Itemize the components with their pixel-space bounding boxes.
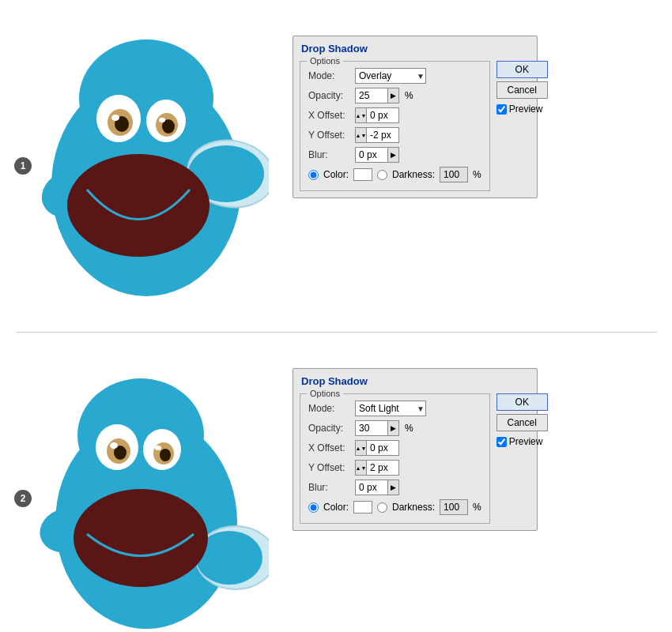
blur-arrow-2[interactable]: ▶ <box>387 480 398 495</box>
y-offset-spinner-btn-2[interactable]: ▲▼ <box>356 461 367 475</box>
preview-check-2[interactable]: Preview <box>496 436 548 447</box>
blur-spinner-2: 0 px ▶ <box>355 480 399 495</box>
preview-check-1[interactable]: Preview <box>496 103 548 115</box>
blur-row-1: Blur: 0 px ▶ <box>308 147 481 163</box>
mode-select-2[interactable]: Soft Light Normal Overlay Multiply <box>355 401 426 416</box>
color-swatch-2[interactable] <box>353 501 372 514</box>
y-offset-row-2: Y Offset: ▲▼ 2 px <box>308 460 481 476</box>
y-offset-value-2: 2 px <box>367 462 398 473</box>
preview-checkbox-2[interactable] <box>496 437 507 447</box>
y-offset-spinner-btn-1[interactable]: ▲▼ <box>356 128 367 142</box>
color-label-2: Color: <box>323 502 349 513</box>
color-row-2: Color: Darkness: % <box>308 499 481 515</box>
y-offset-spinner-1: ▲▼ -2 px <box>355 127 399 143</box>
x-offset-label-2: X Offset: <box>308 442 352 453</box>
darkness-input-2[interactable] <box>440 499 468 515</box>
dialog-title-1: Drop Shadow <box>300 43 530 55</box>
opacity-arrow-2[interactable]: ▶ <box>387 421 398 435</box>
character-svg-2 <box>24 368 269 629</box>
opacity-value-1: 25 <box>356 90 387 101</box>
cancel-button-2[interactable]: Cancel <box>496 414 548 431</box>
x-offset-spinner-btn-2[interactable]: ▲▼ <box>356 441 367 455</box>
dialog-content-1: Options Mode: Overlay Normal Soft Light … <box>300 61 530 191</box>
blur-row-2: Blur: 0 px ▶ <box>308 480 481 495</box>
x-offset-label-1: X Offset: <box>308 110 352 121</box>
y-offset-label-1: Y Offset: <box>308 130 352 141</box>
color-swatch-1[interactable] <box>353 168 372 181</box>
x-offset-row-1: X Offset: ▲▼ 0 px <box>308 107 481 123</box>
opacity-row-2: Opacity: 30 ▶ % <box>308 420 481 436</box>
preview-label-2: Preview <box>509 436 543 447</box>
x-offset-value-1: 0 px <box>367 110 398 121</box>
svg-point-15 <box>77 378 204 492</box>
panel-2: 2 <box>0 340 672 632</box>
mode-select-wrapper-1: Overlay Normal Soft Light Multiply ▼ <box>355 68 426 84</box>
darkness-input-1[interactable] <box>440 167 468 182</box>
options-legend-1: Options <box>307 56 343 66</box>
dialog-1: Drop Shadow Options Mode: Overlay Normal… <box>293 36 538 198</box>
svg-point-12 <box>111 115 119 121</box>
panel-number-1: 1 <box>14 157 32 175</box>
options-box-2: Options Mode: Soft Light Normal Overlay … <box>300 393 490 524</box>
color-label-1: Color: <box>323 169 349 180</box>
preview-label-1: Preview <box>509 103 543 115</box>
darkness-unit-2: % <box>473 502 481 513</box>
darkness-label-2: Darkness: <box>392 502 435 513</box>
x-offset-value-2: 0 px <box>367 442 398 453</box>
character-area-2 <box>0 356 293 632</box>
opacity-unit-2: % <box>405 423 413 434</box>
blur-value-1: 0 px <box>356 149 387 160</box>
dialog-content-2: Options Mode: Soft Light Normal Overlay … <box>300 393 530 524</box>
dialog-buttons-1: OK Cancel Preview <box>496 61 548 191</box>
preview-checkbox-1[interactable] <box>496 104 507 115</box>
darkness-radio-1[interactable] <box>377 170 387 180</box>
opacity-spinner-2: 30 ▶ <box>355 420 399 436</box>
svg-point-13 <box>159 118 165 122</box>
y-offset-value-1: -2 px <box>367 130 398 141</box>
color-radio-2[interactable] <box>308 502 319 513</box>
panel-number-2: 2 <box>14 490 32 507</box>
blur-spinner-1: 0 px ▶ <box>355 147 399 163</box>
darkness-unit-1: % <box>473 169 481 180</box>
ok-button-1[interactable]: OK <box>496 61 548 78</box>
mode-row-1: Mode: Overlay Normal Soft Light Multiply… <box>308 68 481 84</box>
opacity-unit-1: % <box>405 90 413 101</box>
color-radio-1[interactable] <box>308 170 319 180</box>
character-svg-1 <box>24 36 269 296</box>
darkness-label-1: Darkness: <box>392 169 435 180</box>
mode-select-1[interactable]: Overlay Normal Soft Light Multiply <box>355 68 426 84</box>
dialog-buttons-2: OK Cancel Preview <box>496 393 548 524</box>
cancel-button-1[interactable]: Cancel <box>496 81 548 99</box>
y-offset-spinner-2: ▲▼ 2 px <box>355 460 399 476</box>
color-row-1: Color: Darkness: % <box>308 167 481 182</box>
ok-button-2[interactable]: OK <box>496 393 548 411</box>
svg-point-5 <box>67 154 210 257</box>
blur-label-1: Blur: <box>308 149 352 160</box>
mode-select-wrapper-2: Soft Light Normal Overlay Multiply ▼ <box>355 401 426 416</box>
svg-point-1 <box>79 40 213 158</box>
character-area-1 <box>0 24 293 308</box>
svg-point-26 <box>110 442 118 449</box>
svg-point-25 <box>160 449 171 461</box>
blur-arrow-1[interactable]: ▶ <box>387 148 398 162</box>
opacity-arrow-1[interactable]: ▶ <box>387 88 398 103</box>
options-box-1: Options Mode: Overlay Normal Soft Light … <box>300 61 490 191</box>
opacity-label-2: Opacity: <box>308 423 352 434</box>
y-offset-row-1: Y Offset: ▲▼ -2 px <box>308 127 481 143</box>
darkness-radio-2[interactable] <box>377 502 387 513</box>
opacity-spinner-1: 25 ▶ <box>355 88 399 103</box>
blur-label-2: Blur: <box>308 482 352 493</box>
x-offset-spinner-1: ▲▼ 0 px <box>355 107 399 123</box>
opacity-value-2: 30 <box>356 423 387 434</box>
options-legend-2: Options <box>307 389 343 398</box>
x-offset-spinner-btn-1[interactable]: ▲▼ <box>356 108 367 122</box>
blur-value-2: 0 px <box>356 482 387 493</box>
y-offset-label-2: Y Offset: <box>308 462 352 473</box>
panel-1: 1 <box>0 8 672 324</box>
x-offset-row-2: X Offset: ▲▼ 0 px <box>308 440 481 456</box>
panel-divider <box>16 332 656 333</box>
opacity-row-1: Opacity: 25 ▶ % <box>308 88 481 103</box>
opacity-label-1: Opacity: <box>308 90 352 101</box>
x-offset-spinner-2: ▲▼ 0 px <box>355 440 399 456</box>
mode-row-2: Mode: Soft Light Normal Overlay Multiply… <box>308 401 481 416</box>
